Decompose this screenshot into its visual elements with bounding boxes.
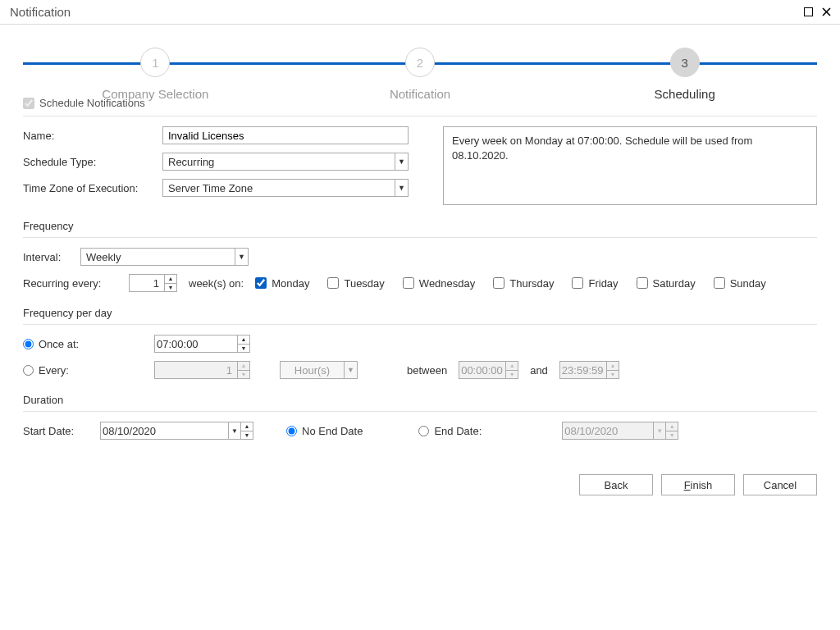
timezone-label: Time Zone of Execution: [23, 182, 162, 194]
schedule-summary: Every week on Monday at 07:00:00. Schedu… [443, 126, 817, 205]
no-end-date-input[interactable] [286, 426, 297, 436]
interval-value: Weekly [81, 249, 235, 265]
day-sat-checkbox[interactable] [637, 277, 648, 289]
day-saturday[interactable]: Saturday [637, 277, 696, 290]
between-from-spinner: 00:00:00 ▲▼ [459, 361, 518, 379]
end-date-radio[interactable]: End Date: [418, 425, 482, 437]
day-tuesday[interactable]: Tuesday [327, 277, 384, 290]
day-fri-checkbox[interactable] [572, 277, 583, 289]
chevron-down-icon[interactable]: ▼ [228, 422, 240, 439]
day-wed-checkbox[interactable] [403, 277, 414, 289]
recurring-unit-label: week(s) on: [189, 277, 244, 290]
spinner-up-icon: ▲ [666, 422, 678, 431]
day-friday[interactable]: Friday [572, 277, 618, 290]
chevron-down-icon[interactable]: ▼ [395, 153, 408, 170]
interval-combo[interactable]: Weekly ▼ [80, 248, 249, 266]
and-label: and [530, 364, 548, 377]
every-value-spinner: 1 ▲▼ [154, 361, 250, 379]
every-value: 1 [155, 362, 237, 378]
spinner-down-icon: ▼ [666, 431, 678, 440]
end-date-input[interactable] [418, 426, 429, 436]
cancel-button[interactable]: Cancel [743, 474, 817, 495]
day-tue-checkbox[interactable] [327, 277, 339, 289]
spinner-up-icon: ▲ [238, 362, 249, 370]
schedule-type-combo[interactable]: Recurring ▼ [162, 153, 409, 171]
spinner-up-icon[interactable]: ▲ [165, 275, 176, 283]
step-notification: 2 Notification [288, 48, 553, 101]
schedule-type-label: Schedule Type: [23, 156, 162, 168]
step-2-number: 2 [405, 48, 435, 77]
day-wednesday[interactable]: Wednesday [403, 277, 475, 290]
spinner-down-icon: ▼ [506, 370, 518, 379]
back-button[interactable]: Back [579, 474, 653, 495]
day-mon-checkbox[interactable] [255, 277, 267, 289]
chevron-down-icon: ▼ [344, 362, 357, 378]
start-date-value: 08/10/2020 [101, 422, 228, 439]
spinner-up-icon[interactable]: ▲ [238, 336, 249, 344]
spinner-down-icon[interactable]: ▼ [165, 283, 176, 292]
every-input[interactable] [23, 365, 34, 376]
start-date-label: Start Date: [23, 425, 89, 437]
recurring-every-label: Recurring every: [23, 277, 117, 290]
end-date-value: 08/10/2020 [563, 422, 653, 439]
duration-heading: Duration [23, 394, 817, 406]
once-at-radio[interactable]: Once at: [23, 338, 146, 350]
no-end-date-radio[interactable]: No End Date [286, 425, 363, 437]
day-monday[interactable]: Monday [255, 277, 309, 290]
wizard-stepper: 1 Company Selection 2 Notification 3 Sch… [23, 48, 817, 80]
spinner-up-icon: ▲ [506, 362, 518, 370]
every-radio[interactable]: Every: [23, 364, 146, 377]
chevron-down-icon: ▼ [653, 422, 665, 439]
window-controls [801, 5, 833, 20]
every-unit-value: Hour(s) [281, 362, 344, 378]
finish-button[interactable]: Finish [661, 474, 735, 495]
schedule-type-value: Recurring [163, 153, 395, 170]
no-end-date-label: No End Date [302, 425, 363, 437]
chevron-down-icon[interactable]: ▼ [395, 180, 408, 196]
recurring-every-spinner[interactable]: 1 ▲▼ [129, 274, 177, 292]
once-at-input[interactable] [23, 339, 34, 349]
step-1-label: Company Selection [102, 87, 208, 101]
step-2-label: Notification [390, 87, 450, 101]
once-at-label: Once at: [39, 338, 79, 350]
once-at-time-spinner[interactable]: 07:00:00 ▲▼ [154, 335, 250, 353]
once-at-time-value: 07:00:00 [155, 336, 237, 352]
timezone-value: Server Time Zone [163, 180, 395, 196]
every-label: Every: [39, 364, 69, 377]
spinner-up-icon[interactable]: ▲ [241, 422, 253, 431]
title-bar: Notification [0, 0, 840, 25]
spinner-down-icon: ▼ [238, 370, 249, 379]
between-to-spinner: 23:59:59 ▲▼ [559, 361, 619, 379]
end-date-label: End Date: [434, 425, 482, 437]
timezone-combo[interactable]: Server Time Zone ▼ [162, 179, 409, 197]
close-icon[interactable] [819, 5, 833, 20]
maximize-icon[interactable] [801, 5, 815, 20]
step-3-label: Scheduling [655, 87, 715, 101]
chevron-down-icon[interactable]: ▼ [235, 249, 248, 265]
frequency-per-day-heading: Frequency per day [23, 307, 817, 319]
name-input[interactable] [162, 126, 409, 144]
recurring-every-value: 1 [130, 275, 164, 291]
between-from-value: 00:00:00 [459, 362, 505, 378]
spinner-down-icon[interactable]: ▼ [241, 431, 253, 440]
day-thu-checkbox[interactable] [493, 277, 504, 289]
svg-rect-0 [804, 8, 812, 16]
every-unit-combo: Hour(s) ▼ [280, 361, 358, 379]
name-label: Name: [23, 130, 162, 142]
end-date-picker: 08/10/2020 ▼ ▲▼ [562, 422, 678, 440]
between-to-value: 23:59:59 [560, 362, 606, 378]
step-1-number: 1 [140, 48, 170, 77]
day-thursday[interactable]: Thursday [493, 277, 554, 290]
between-label: between [407, 364, 447, 377]
interval-label: Interval: [23, 251, 80, 263]
spinner-down-icon[interactable]: ▼ [238, 344, 249, 353]
day-sun-checkbox[interactable] [714, 277, 725, 289]
spinner-up-icon: ▲ [607, 362, 619, 370]
start-date-picker[interactable]: 08/10/2020 ▼ ▲▼ [100, 422, 253, 440]
window-title: Notification [10, 5, 71, 19]
step-company-selection: 1 Company Selection [23, 48, 288, 101]
spinner-down-icon: ▼ [607, 370, 619, 379]
step-scheduling: 3 Scheduling [552, 48, 817, 101]
wizard-footer: Back Finish Cancel [0, 463, 840, 509]
day-sunday[interactable]: Sunday [714, 277, 766, 290]
